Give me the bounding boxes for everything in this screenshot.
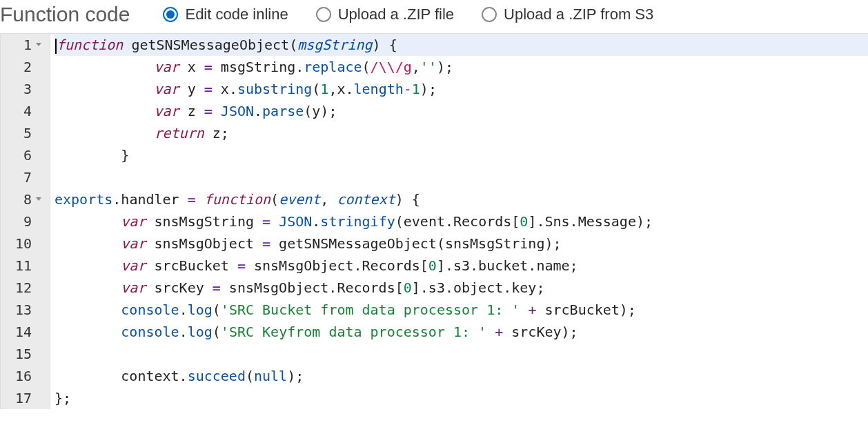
line-number: 3 <box>1 78 47 100</box>
fold-toggle-icon <box>34 372 43 380</box>
code-line[interactable] <box>55 166 868 188</box>
code-line[interactable]: function getSNSMessageObject(msgString) … <box>55 34 868 56</box>
line-number: 2 <box>1 56 47 78</box>
line-number: 8 <box>1 188 47 210</box>
function-code-header: Function code Edit code inlineUpload a .… <box>0 0 868 33</box>
code-line[interactable]: var z = JSON.parse(y); <box>55 100 868 122</box>
code-line[interactable]: return z; <box>55 122 868 144</box>
line-number: 13 <box>1 299 47 321</box>
radio-icon <box>482 7 497 22</box>
fold-toggle-icon <box>34 306 43 314</box>
fold-toggle-icon <box>34 151 43 159</box>
line-number: 9 <box>1 210 47 233</box>
fold-toggle-icon <box>34 129 43 137</box>
line-number: 4 <box>1 100 47 122</box>
fold-toggle-icon <box>34 261 43 270</box>
line-number: 7 <box>1 166 47 188</box>
fold-toggle-icon[interactable] <box>34 41 43 49</box>
line-number: 15 <box>1 343 47 365</box>
code-line[interactable]: var srcKey = snsMsgObject.Records[0].s3.… <box>55 277 868 299</box>
fold-toggle-icon <box>34 63 43 71</box>
code-line[interactable]: var x = msgString.replace(/\\/g,''); <box>55 56 868 78</box>
fold-toggle-icon <box>34 350 43 358</box>
radio-icon <box>316 7 331 22</box>
line-number: 6 <box>1 144 47 166</box>
fold-toggle-icon <box>34 173 43 181</box>
code-line[interactable]: }; <box>55 387 868 409</box>
radio-option-1[interactable]: Upload a .ZIP file <box>316 6 454 23</box>
fold-toggle-icon <box>34 239 43 248</box>
line-number: 17 <box>1 387 47 409</box>
code-line[interactable]: var y = x.substring(1,x.length-1); <box>55 78 868 100</box>
radio-option-2[interactable]: Upload a .ZIP from S3 <box>482 6 653 23</box>
code-line[interactable]: var snsMsgString = JSON.stringify(event.… <box>55 210 868 233</box>
code-line[interactable] <box>55 343 868 365</box>
line-number-gutter: 1234567891011121314151617 <box>1 34 50 409</box>
fold-toggle-icon[interactable] <box>34 195 43 204</box>
section-title: Function code <box>0 3 130 26</box>
line-number: 11 <box>1 255 47 277</box>
code-line[interactable]: console.log('SRC Keyfrom data processor … <box>55 321 868 343</box>
fold-toggle-icon <box>34 284 43 292</box>
line-number: 5 <box>1 122 47 144</box>
line-number: 12 <box>1 277 47 299</box>
code-line[interactable]: var snsMsgObject = getSNSMessageObject(s… <box>55 233 868 255</box>
code-line[interactable]: var srcBucket = snsMsgObject.Records[0].… <box>55 255 868 277</box>
line-number: 1 <box>1 34 47 56</box>
code-line[interactable]: } <box>55 144 868 166</box>
radio-label: Edit code inline <box>185 6 288 23</box>
fold-toggle-icon <box>34 217 43 226</box>
radio-option-0[interactable]: Edit code inline <box>163 6 288 23</box>
fold-toggle-icon <box>34 394 43 402</box>
radio-label: Upload a .ZIP from S3 <box>504 6 653 23</box>
code-line[interactable]: exports.handler = function(event, contex… <box>55 188 868 210</box>
line-number: 16 <box>1 365 47 387</box>
code-line[interactable]: context.succeed(null); <box>55 365 868 387</box>
radio-icon <box>163 7 178 22</box>
fold-toggle-icon <box>34 85 43 93</box>
code-line[interactable]: console.log('SRC Bucket from data proces… <box>55 299 868 321</box>
code-source-radio-group: Edit code inlineUpload a .ZIP fileUpload… <box>163 6 653 23</box>
code-editor[interactable]: 1234567891011121314151617 function getSN… <box>0 33 868 409</box>
line-number: 14 <box>1 321 47 343</box>
radio-label: Upload a .ZIP file <box>338 6 454 23</box>
fold-toggle-icon <box>34 107 43 115</box>
code-area[interactable]: function getSNSMessageObject(msgString) … <box>50 34 868 409</box>
fold-toggle-icon <box>34 328 43 336</box>
line-number: 10 <box>1 233 47 255</box>
